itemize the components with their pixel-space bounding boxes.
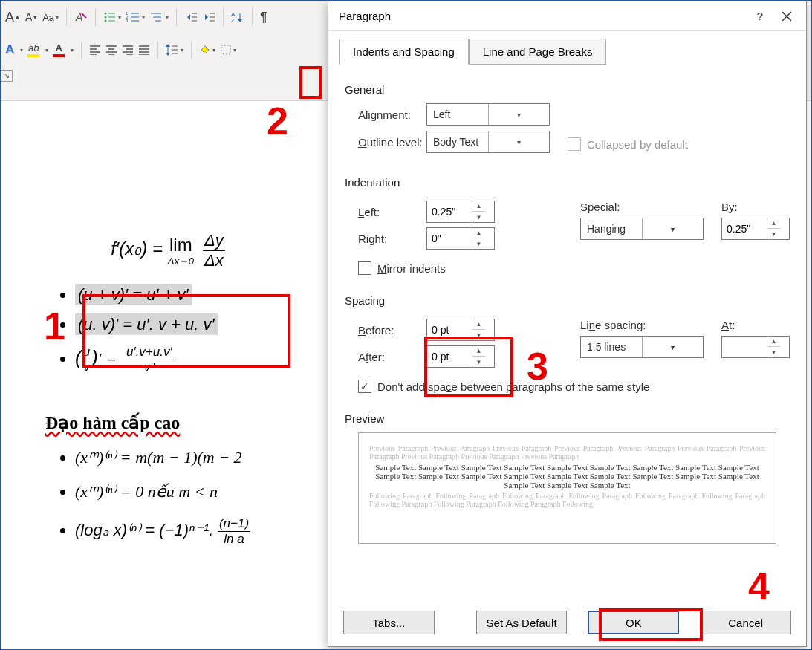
dialog-title: Paragraph xyxy=(339,10,391,22)
bullet-power-zero[interactable]: (xᵐ)⁽ⁿ⁾ = 0 nếu m < n xyxy=(75,482,328,501)
alignment-label: Alignment: xyxy=(345,108,426,121)
svg-point-1 xyxy=(105,13,107,15)
outline-select[interactable]: Body Text▾ xyxy=(426,131,550,153)
heading-higher-derivatives: Đạo hàm cấp cao xyxy=(45,412,328,433)
after-label: After: xyxy=(345,351,426,363)
svg-marker-20 xyxy=(205,14,208,20)
spinner-up-icon[interactable]: ▲ xyxy=(472,319,485,330)
svg-marker-46 xyxy=(166,53,170,56)
annotation-number-3b: 3 xyxy=(527,344,548,389)
numbering-button[interactable]: 123▾ xyxy=(126,7,145,27)
collapsed-checkbox xyxy=(568,137,581,151)
annotation-number-2: 2 xyxy=(267,99,288,143)
spinner-up-icon[interactable]: ▲ xyxy=(767,218,780,229)
ok-button[interactable]: OK xyxy=(588,611,679,634)
document-canvas[interactable]: f′(x₀) = lim Δx→0 Δy Δx (u + v)′ = u′ + … xyxy=(8,105,328,647)
spinner-down-icon[interactable]: ▼ xyxy=(472,357,485,367)
alignment-select[interactable]: Left▾ xyxy=(426,103,550,126)
tab-indents-spacing[interactable]: Indents and Spacing xyxy=(339,39,469,65)
align-center-button[interactable] xyxy=(105,39,117,60)
chevron-down-icon[interactable]: ▾ xyxy=(642,337,704,357)
linespacing-select[interactable]: 1.5 lines▾ xyxy=(580,336,704,358)
sort-button[interactable]: AZ xyxy=(231,7,244,27)
spinner-down-icon[interactable]: ▼ xyxy=(472,212,485,222)
change-case-button[interactable]: Aa▾ xyxy=(42,7,59,27)
bullets-button[interactable]: ▾ xyxy=(103,7,121,27)
shrink-font-button[interactable]: A▼ xyxy=(25,7,38,27)
indent-label: Indentation xyxy=(345,176,790,189)
clear-formatting-button[interactable]: A xyxy=(74,7,88,27)
chevron-down-icon[interactable]: ▾ xyxy=(642,218,704,239)
shading-button[interactable]: ▾ xyxy=(199,39,215,60)
by-spinner[interactable]: ▲▼ xyxy=(721,218,790,240)
at-label: At: xyxy=(721,319,790,331)
justify-button[interactable] xyxy=(138,39,150,60)
left-indent-label: Left: xyxy=(345,206,426,218)
before-label: Before: xyxy=(345,324,426,337)
bullet-product-rule[interactable]: (u. v)′ = u′. v + u. v′ xyxy=(75,315,328,334)
paragraph-dialog: Paragraph ? Indents and Spacing Line and… xyxy=(328,1,807,647)
spinner-up-icon[interactable]: ▲ xyxy=(472,346,485,357)
font-color-button[interactable]: A xyxy=(53,39,65,60)
dont-add-checkbox[interactable]: ✓ xyxy=(358,380,371,393)
bullet-power-n[interactable]: (xᵐ)⁽ⁿ⁾ = m(m − 1)(m − 2 xyxy=(75,448,328,467)
annotation-number-1: 1 xyxy=(44,304,65,348)
show-marks-button[interactable]: ¶ xyxy=(260,7,267,27)
help-button[interactable]: ? xyxy=(747,5,773,27)
spinner-down-icon[interactable]: ▼ xyxy=(472,238,485,249)
collapsed-label: Collapsed by default xyxy=(587,138,688,151)
svg-text:3: 3 xyxy=(126,19,129,23)
svg-marker-27 xyxy=(238,19,242,22)
highlight-button[interactable]: ab xyxy=(27,39,39,60)
before-spinner[interactable]: ▲▼ xyxy=(426,319,495,341)
set-default-button[interactable]: Set As Default xyxy=(476,611,568,634)
right-indent-label: Right: xyxy=(345,233,426,245)
preview-label: Preview xyxy=(345,412,790,425)
tabs-button[interactable]: Tabs... xyxy=(343,611,435,634)
annotation-number-4: 4 xyxy=(748,564,770,608)
mirror-checkbox[interactable] xyxy=(358,261,371,275)
tab-line-page-breaks[interactable]: Line and Page Breaks xyxy=(469,39,607,65)
align-right-button[interactable] xyxy=(122,39,134,60)
general-label: General xyxy=(345,83,790,96)
after-spinner[interactable]: ▲▼ xyxy=(426,345,495,368)
text-effects-button[interactable]: A xyxy=(5,39,14,60)
spinner-up-icon[interactable]: ▲ xyxy=(767,337,780,347)
svg-point-3 xyxy=(105,16,107,19)
bullet-sum-rule[interactable]: (u + v)′ = u′ + v′ xyxy=(75,285,328,305)
left-indent-spinner[interactable]: ▲▼ xyxy=(426,201,495,223)
svg-point-5 xyxy=(105,20,107,22)
spinner-down-icon[interactable]: ▼ xyxy=(472,330,485,340)
bullet-quotient-rule[interactable]: (uv)′ = u′.v+u.v′v² xyxy=(75,345,328,375)
by-label: By: xyxy=(721,201,790,213)
svg-text:Z: Z xyxy=(231,17,235,23)
align-left-button[interactable] xyxy=(89,39,101,60)
outline-label: Outline level: xyxy=(345,136,426,149)
increase-indent-button[interactable] xyxy=(202,7,215,27)
multilevel-button[interactable]: ▾ xyxy=(149,7,169,27)
spinner-down-icon[interactable]: ▼ xyxy=(767,229,780,239)
line-spacing-button[interactable]: ▾ xyxy=(166,39,183,60)
chevron-down-icon[interactable]: ▾ xyxy=(488,131,550,152)
svg-marker-45 xyxy=(166,44,170,47)
special-select[interactable]: Hanging▾ xyxy=(580,218,704,240)
decrease-indent-button[interactable] xyxy=(184,7,198,27)
spinner-up-icon[interactable]: ▲ xyxy=(472,228,485,238)
borders-button[interactable]: ▾ xyxy=(220,39,236,60)
chevron-down-icon[interactable]: ▾ xyxy=(488,104,550,125)
close-button[interactable] xyxy=(773,5,800,27)
spinner-up-icon[interactable]: ▲ xyxy=(472,201,485,212)
right-indent-spinner[interactable]: ▲▼ xyxy=(426,227,495,250)
dont-add-label: Don't add space between paragraphs of th… xyxy=(377,380,649,393)
spinner-down-icon[interactable]: ▼ xyxy=(767,347,780,357)
bullet-log[interactable]: (logₐ x)⁽ⁿ⁾ = (−1)ⁿ⁻¹. (n−1)ln a xyxy=(75,516,328,547)
mirror-label: Mirror indents xyxy=(377,262,446,275)
preview-box: Previous Paragraph Previous Paragraph Pr… xyxy=(358,432,776,544)
svg-marker-16 xyxy=(187,14,190,20)
grow-font-button[interactable]: A▲ xyxy=(5,7,21,27)
cancel-button[interactable]: Cancel xyxy=(700,611,791,634)
linespacing-label: Line spacing: xyxy=(580,319,704,331)
svg-text:A: A xyxy=(75,11,82,23)
at-spinner[interactable]: ▲▼ xyxy=(721,336,790,358)
font-dialog-launcher[interactable]: ↘ xyxy=(1,70,13,82)
